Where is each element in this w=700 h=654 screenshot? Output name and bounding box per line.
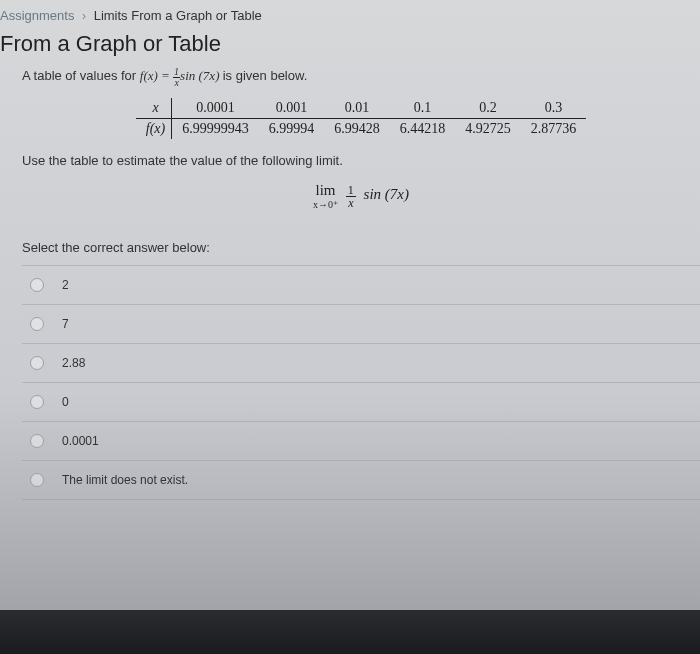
radio-icon[interactable] [30, 317, 44, 331]
limit-expression: lim x→0⁺ 1 x sin (7x) [22, 182, 700, 210]
intro-text: A table of values for f(x) = 1 x sin (7x… [22, 67, 700, 88]
option-label: 0.0001 [62, 434, 99, 448]
x-label: x [136, 98, 172, 119]
fx-val: 6.99999943 [172, 119, 259, 140]
radio-icon[interactable] [30, 395, 44, 409]
lim-rest: sin (7x) [364, 186, 409, 202]
radio-icon[interactable] [30, 356, 44, 370]
option-label: 2.88 [62, 356, 85, 370]
taskbar [0, 610, 700, 654]
lim-text: lim [313, 182, 338, 199]
intro-prefix: A table of values for [22, 68, 140, 83]
instruction-text: Use the table to estimate the value of t… [22, 153, 700, 168]
page-title: From a Graph or Table [0, 29, 700, 67]
option-label: 7 [62, 317, 69, 331]
breadcrumb: Assignments › Limits From a Graph or Tab… [0, 0, 700, 29]
select-prompt: Select the correct answer below: [22, 240, 700, 255]
lim-frac-den: x [346, 197, 356, 209]
x-val: 0.001 [259, 98, 325, 119]
func-rest: sin (7x) [180, 68, 219, 83]
table-row: f(x) 6.99999943 6.99994 6.99428 6.44218 … [136, 119, 586, 140]
func-def: f(x) = 1 x sin (7x) [140, 68, 223, 83]
fx-val: 2.87736 [521, 119, 587, 140]
lim-frac-num: 1 [346, 184, 356, 197]
x-val: 0.1 [390, 98, 456, 119]
chevron-right-icon: › [82, 9, 86, 23]
x-val: 0.0001 [172, 98, 259, 119]
option-label: 0 [62, 395, 69, 409]
option-label: The limit does not exist. [62, 473, 188, 487]
lim-frac: 1 x [346, 184, 356, 209]
values-table: x 0.0001 0.001 0.01 0.1 0.2 0.3 f(x) 6.9… [136, 98, 586, 139]
fx-val: 6.44218 [390, 119, 456, 140]
answer-option[interactable]: 7 [22, 305, 700, 344]
radio-icon[interactable] [30, 473, 44, 487]
answer-options: 2 7 2.88 0 0.0001 The limit does not exi… [22, 265, 700, 500]
breadcrumb-current: Limits From a Graph or Table [94, 8, 262, 23]
fx-label: f(x) [136, 119, 172, 140]
x-val: 0.3 [521, 98, 587, 119]
fx-val: 4.92725 [455, 119, 521, 140]
intro-suffix: is given below. [223, 68, 308, 83]
option-label: 2 [62, 278, 69, 292]
func-lhs: f(x) = [140, 68, 173, 83]
radio-icon[interactable] [30, 434, 44, 448]
values-table-wrap: x 0.0001 0.001 0.01 0.1 0.2 0.3 f(x) 6.9… [22, 98, 700, 139]
x-val: 0.01 [324, 98, 390, 119]
lim-symbol: lim x→0⁺ [313, 182, 338, 210]
answer-option[interactable]: 2.88 [22, 344, 700, 383]
answer-option[interactable]: 2 [22, 265, 700, 305]
fx-val: 6.99428 [324, 119, 390, 140]
answer-option[interactable]: The limit does not exist. [22, 461, 700, 500]
answer-option[interactable]: 0 [22, 383, 700, 422]
table-row: x 0.0001 0.001 0.01 0.1 0.2 0.3 [136, 98, 586, 119]
radio-icon[interactable] [30, 278, 44, 292]
x-val: 0.2 [455, 98, 521, 119]
lim-approach: x→0⁺ [313, 199, 338, 210]
answer-option[interactable]: 0.0001 [22, 422, 700, 461]
question-content: A table of values for f(x) = 1 x sin (7x… [0, 67, 700, 500]
fx-val: 6.99994 [259, 119, 325, 140]
breadcrumb-parent-link[interactable]: Assignments [0, 8, 74, 23]
